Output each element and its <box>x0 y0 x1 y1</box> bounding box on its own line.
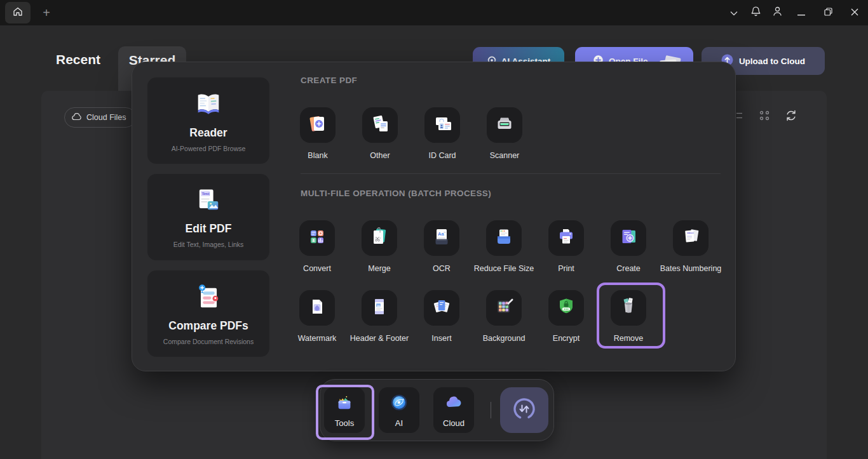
card-subtitle: Edit Text, Images, Links <box>173 241 244 248</box>
tools-popup: Reader AI-Powered PDF Browse Text| Edit … <box>132 62 736 371</box>
other-icon <box>369 112 391 138</box>
edit-pdf-card[interactable]: Text| Edit PDF Edit Text, Images, Links <box>147 174 269 260</box>
home-tab-button[interactable] <box>5 2 31 23</box>
id-card-icon <box>431 112 454 138</box>
edit-pdf-icon: Text| <box>193 187 224 217</box>
section-divider <box>301 173 721 174</box>
grid-view-icon[interactable] <box>757 108 772 123</box>
card-title: Reader <box>189 126 227 140</box>
create-pdf-section-title: CREATE PDF <box>301 76 357 85</box>
tab-recent[interactable]: Recent <box>56 52 100 67</box>
print-icon <box>555 225 578 251</box>
tool-item-insert[interactable]: Insert <box>410 290 473 343</box>
tool-item-header-footer[interactable]: Header & Footer <box>348 290 410 343</box>
tool-item-scanner[interactable]: Scanner <box>473 107 536 160</box>
dock-item-tools[interactable]: Tools <box>324 387 365 433</box>
close-icon <box>851 7 858 18</box>
tool-item-ocr[interactable]: Aa OCR <box>410 220 473 273</box>
cloud-dock-icon <box>443 392 465 415</box>
tool-item-other[interactable]: Other <box>349 107 411 160</box>
tool-item-watermark[interactable]: Watermark <box>286 290 348 343</box>
card-subtitle: AI-Powered PDF Browse <box>172 145 246 152</box>
home-icon <box>12 6 24 20</box>
tool-item-print[interactable]: Print <box>535 220 597 273</box>
notifications-button[interactable] <box>745 0 766 25</box>
card-title: Compare PDFs <box>168 319 248 333</box>
svg-text:Text|: Text| <box>202 192 210 196</box>
tool-item-reduce-file-size[interactable]: Reduce File Size <box>473 220 535 273</box>
watermark-icon <box>306 295 329 321</box>
close-button[interactable] <box>841 0 868 25</box>
tool-item-encrypt[interactable]: Encrypt <box>535 290 597 343</box>
tool-item-merge[interactable]: Merge <box>348 220 410 273</box>
tool-item-remove[interactable]: Remove <box>597 290 660 343</box>
blank-icon <box>306 112 329 138</box>
minimize-button[interactable] <box>788 0 815 25</box>
tool-item-blank[interactable]: Blank <box>287 107 349 160</box>
refresh-icon[interactable] <box>783 108 799 123</box>
svg-text:000123: 000123 <box>687 232 694 234</box>
minimize-icon <box>797 7 805 18</box>
tool-item-background[interactable]: Background <box>473 290 535 343</box>
window-dropdown-button[interactable] <box>723 0 745 25</box>
compare-pdfs-card[interactable]: Compare PDFs Compare Document Revisions <box>147 270 269 357</box>
create-icon <box>617 225 640 251</box>
transfer-progress-button[interactable] <box>500 387 548 433</box>
dock-item-cloud[interactable]: Cloud <box>433 387 474 433</box>
card-subtitle: Compare Document Revisions <box>163 338 254 345</box>
dock-divider <box>491 402 491 418</box>
svg-text:Aa: Aa <box>438 231 444 237</box>
merge-icon <box>368 225 391 251</box>
encrypt-icon <box>555 295 578 321</box>
convert-icon <box>306 225 329 251</box>
title-bar: + <box>0 0 868 25</box>
restore-icon <box>824 7 832 18</box>
batch-section-title: MULTI-FILE OPERATION (BATCH PROCESS) <box>301 189 491 198</box>
reader-card[interactable]: Reader AI-Powered PDF Browse <box>147 77 269 164</box>
reader-icon <box>193 90 224 121</box>
reduce-file-size-icon <box>492 225 515 251</box>
ocr-icon: Aa <box>430 225 453 251</box>
compare-pdfs-icon <box>193 283 224 314</box>
remove-icon <box>617 295 640 321</box>
tool-item-convert[interactable]: Convert <box>286 220 348 273</box>
scanner-icon <box>493 112 516 138</box>
new-tab-button[interactable]: + <box>39 0 53 25</box>
tool-item-bates-numbering[interactable]: 000123 Bates Numbering <box>660 220 722 273</box>
tool-item-create[interactable]: Create <box>597 220 660 273</box>
account-button[interactable] <box>766 0 788 25</box>
tools-icon <box>334 392 355 415</box>
plus-icon: + <box>43 6 50 20</box>
transfer-progress-icon <box>510 395 538 425</box>
user-icon <box>772 6 783 20</box>
card-title: Edit PDF <box>186 222 232 236</box>
header-footer-icon <box>368 295 391 321</box>
dock-item-ai[interactable]: AI <box>379 387 419 433</box>
insert-icon <box>430 295 453 321</box>
bates-numbering-icon: 000123 <box>679 225 702 251</box>
tool-item-id-card[interactable]: ID Card <box>411 107 473 160</box>
ai-orb-icon <box>388 392 410 415</box>
background-icon <box>492 295 515 321</box>
restore-button[interactable] <box>815 0 841 25</box>
cloud-files-button[interactable]: Cloud Files <box>64 107 136 128</box>
bottom-dock: Tools AI Cloud <box>320 379 554 441</box>
cloud-icon <box>72 113 82 123</box>
chevron-down-icon <box>730 7 738 18</box>
bell-icon <box>750 6 761 20</box>
